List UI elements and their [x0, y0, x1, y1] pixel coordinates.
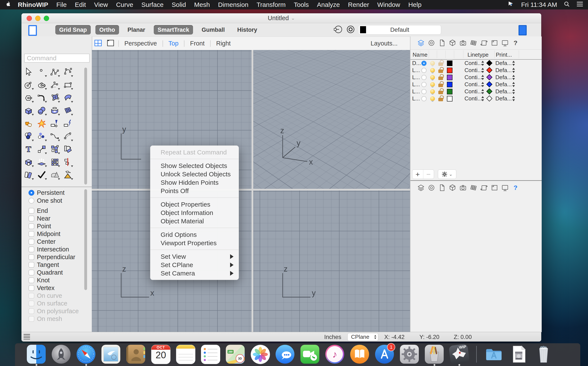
grid-icon[interactable] — [470, 39, 477, 46]
tool-text[interactable]: T — [22, 143, 35, 156]
dock-system-preferences[interactable] — [400, 345, 419, 365]
properties-icon[interactable] — [428, 184, 435, 191]
layer-visible-bulb-icon[interactable] — [430, 88, 435, 95]
menu-window[interactable]: Window — [373, 1, 404, 8]
layer-material-diamond[interactable] — [486, 74, 492, 80]
checkbox-point[interactable]: Point — [22, 222, 92, 230]
tool-point[interactable] — [35, 65, 48, 78]
osnap-scrollbar[interactable] — [84, 189, 87, 290]
layer-color-swatch[interactable] — [447, 61, 452, 66]
dock-mail[interactable] — [101, 345, 120, 365]
layer-material-diamond[interactable] — [486, 88, 492, 94]
four-pane-grid-icon[interactable] — [94, 39, 102, 48]
menu-item-show-hidden-points[interactable]: Show Hidden Points — [150, 178, 239, 187]
column-print[interactable]: Print... — [496, 52, 512, 58]
tool-explode[interactable] — [35, 117, 48, 130]
tool-sphere[interactable] — [35, 104, 48, 117]
tab-front[interactable]: Front — [188, 40, 206, 47]
layer-color-swatch[interactable] — [447, 68, 452, 73]
menu-item-unlock-selected-objects[interactable]: Unlock Selected Objects — [150, 170, 239, 178]
dock-disk-image[interactable] — [509, 345, 528, 365]
menu-rhinowip[interactable]: RhinoWIP — [14, 1, 52, 8]
tool-palette-scrollbar[interactable] — [84, 68, 87, 184]
scroll-icon[interactable] — [480, 39, 488, 46]
search-icon[interactable] — [564, 1, 570, 9]
menu-item-object-material[interactable]: Object Material — [150, 217, 239, 225]
concentric-circles-icon[interactable] — [346, 25, 355, 35]
camera-icon[interactable] — [459, 184, 467, 191]
layer-material-diamond[interactable] — [486, 95, 492, 101]
tool-control-point-curve[interactable] — [61, 65, 74, 78]
toggle-history[interactable]: History — [233, 25, 261, 35]
checkbox-center[interactable]: Center — [22, 238, 92, 245]
dock-facetime[interactable] — [301, 345, 319, 365]
layer-row[interactable]: L... Conti... Defa... — [410, 74, 542, 81]
menu-curve[interactable]: Curve — [112, 1, 137, 8]
tool-offset-curve[interactable] — [61, 130, 74, 143]
units-label[interactable]: Inches — [324, 334, 341, 341]
tool-curve-fillet[interactable] — [35, 91, 48, 104]
layer-visible-bulb-icon[interactable] — [430, 95, 435, 102]
current-layer-radio[interactable] — [421, 67, 427, 74]
remove-layer-button[interactable]: − — [423, 170, 434, 179]
tool-trim[interactable] — [48, 117, 61, 130]
layers-icon[interactable] — [417, 184, 425, 191]
display-icon[interactable] — [501, 39, 509, 46]
dock-ibooks[interactable] — [350, 345, 369, 365]
menu-solid[interactable]: Solid — [168, 1, 190, 8]
viewport-perspective[interactable]: z y x — [253, 50, 410, 189]
checkbox-end[interactable]: End — [22, 207, 92, 214]
layer-color-swatch[interactable] — [447, 75, 452, 80]
dock-launchpad[interactable] — [52, 345, 71, 365]
layer-lock-icon[interactable] — [438, 60, 443, 67]
menu-surface[interactable]: Surface — [137, 1, 167, 8]
tool-color-tools[interactable] — [22, 130, 35, 143]
layer-visible-bulb-icon[interactable] — [430, 81, 435, 88]
dock-drawing-tools[interactable] — [425, 345, 444, 365]
tool-display-mode[interactable] — [48, 181, 61, 186]
dock-trash[interactable] — [534, 345, 553, 365]
menu-bar-clock[interactable]: Fri 11:34 AM — [521, 1, 557, 8]
box-icon[interactable] — [449, 39, 456, 46]
menu-file[interactable]: File — [52, 1, 71, 8]
tool-select-arrow[interactable] — [22, 65, 35, 78]
layer-lock-icon[interactable] — [438, 88, 443, 95]
tool-polyline[interactable] — [48, 65, 61, 78]
checkbox-vertex[interactable]: Vertex — [22, 284, 92, 292]
tool-check[interactable] — [35, 168, 48, 181]
tool-scale[interactable] — [35, 143, 48, 156]
menu-mesh[interactable]: Mesh — [190, 1, 214, 8]
dock-reminders[interactable] — [201, 345, 220, 365]
display-mode-dropdown[interactable]: Default — [358, 25, 441, 35]
menu-edit[interactable]: Edit — [71, 1, 90, 8]
menu-help[interactable]: Help — [404, 1, 426, 8]
dock-maps[interactable]: 2803D — [226, 345, 245, 365]
menu-render[interactable]: Render — [344, 1, 373, 8]
box-icon[interactable] — [449, 184, 456, 191]
help-icon[interactable]: ? — [512, 39, 519, 46]
layer-material-diamond[interactable] — [486, 81, 492, 87]
tool-arc[interactable] — [48, 78, 61, 91]
title-chevron-down-icon[interactable]: ⌄ — [291, 15, 295, 21]
tool-block[interactable] — [48, 143, 61, 156]
radio-persistent[interactable]: Persistent — [22, 189, 92, 197]
tool-array[interactable] — [48, 156, 61, 168]
menu-item-object-information[interactable]: Object Information — [150, 208, 239, 217]
tool-offset-surface[interactable] — [22, 168, 35, 181]
checkbox-tangent[interactable]: Tangent — [22, 261, 92, 269]
toggle-gumball[interactable]: Gumball — [198, 25, 229, 35]
menu-item-viewport-properties[interactable]: Viewport Properties — [150, 239, 239, 247]
current-layer-radio[interactable] — [421, 95, 427, 102]
layer-lock-icon[interactable] — [438, 95, 443, 102]
layer-color-swatch[interactable] — [447, 96, 452, 101]
dock-notes[interactable] — [176, 345, 195, 365]
tool-mirror[interactable] — [61, 156, 74, 168]
layers-icon[interactable] — [417, 39, 425, 46]
menu-tools[interactable]: Tools — [290, 1, 313, 8]
layer-lock-icon[interactable] — [438, 67, 443, 74]
layer-color-swatch[interactable] — [447, 89, 452, 94]
tool-solid-tools[interactable] — [22, 156, 35, 168]
layer-row[interactable]: L... Conti... Defa... — [410, 88, 542, 95]
title-bar[interactable]: Untitled⌄ — [22, 13, 541, 23]
display-icon[interactable] — [501, 184, 509, 191]
